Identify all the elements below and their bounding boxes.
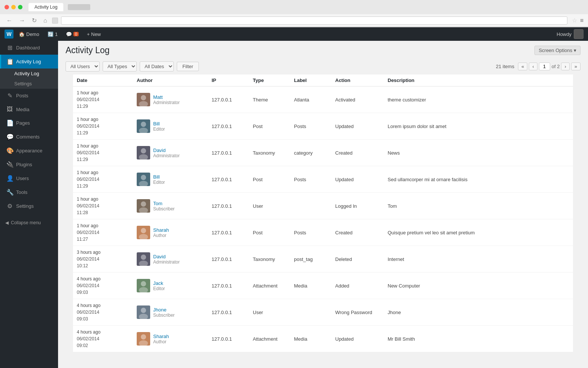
date-3: 06/02/2014 (77, 176, 129, 183)
author-info-8: Jhone Subscriber (153, 307, 175, 318)
maximize-dot[interactable] (18, 5, 22, 9)
svg-point-12 (141, 255, 146, 260)
svg-point-18 (141, 334, 146, 340)
page-number-input[interactable] (539, 63, 550, 70)
sidebar-menu: ⊞ Dashboard 📋 Activity Log Activity Log … (0, 41, 58, 213)
cell-label-6: post_tag (290, 246, 331, 273)
cell-action-1: Updated (331, 113, 384, 140)
updates-icon: 🔄 (48, 31, 54, 37)
date-8: 06/02/2014 (77, 309, 129, 316)
svg-point-16 (141, 308, 146, 313)
last-page-button[interactable]: » (571, 63, 581, 70)
author-name-8[interactable]: Jhone (153, 307, 175, 313)
cell-author-3: Bill Editor (133, 166, 208, 193)
forward-button[interactable]: → (17, 16, 27, 25)
bookmark-icon[interactable]: ☆ (572, 17, 577, 24)
author-avatar-8 (137, 305, 150, 319)
first-page-button[interactable]: « (518, 63, 527, 70)
cell-date-3: 1 hour ago 06/02/2014 11:29 (73, 166, 133, 193)
sidebar-item-posts[interactable]: ✎ Posts (0, 89, 58, 103)
collapse-menu[interactable]: ◀ Collapse menu (0, 217, 58, 229)
author-role-2: Administrator (153, 153, 180, 158)
wp-logo[interactable]: W (4, 30, 13, 39)
author-name-3[interactable]: Bill (153, 174, 165, 180)
next-page-button[interactable]: › (561, 63, 569, 70)
pages-icon: 📄 (6, 119, 13, 127)
sidebar-item-activity-log[interactable]: 📋 Activity Log (0, 55, 58, 69)
author-name-2[interactable]: David (153, 147, 180, 153)
col-header-label: Label (290, 74, 331, 86)
author-name-6[interactable]: David (153, 254, 180, 259)
svg-point-6 (141, 175, 146, 180)
author-name-9[interactable]: Sharah (153, 334, 169, 339)
dates-filter[interactable]: All Dates (140, 61, 174, 72)
browser-menu-icon[interactable]: ≡ (580, 17, 584, 24)
author-cell-2: David Administrator (137, 146, 204, 159)
author-name-1[interactable]: Bill (153, 121, 165, 127)
tools-label: Tools (16, 189, 27, 195)
sidebar-item-users[interactable]: 👤 Users (0, 171, 58, 185)
table-row: 1 hour ago 06/02/2014 11:29 Bill Editor (73, 113, 573, 140)
sidebar-subitem-settings[interactable]: Settings (0, 79, 58, 89)
sidebar-item-media[interactable]: 🖼 Media (0, 103, 58, 116)
time-ago-4: 1 hour ago (77, 196, 129, 203)
author-name-7[interactable]: Jack (153, 280, 165, 286)
author-name-5[interactable]: Sharah (153, 227, 169, 233)
author-cell-7: Jack Editor (137, 279, 204, 292)
sidebar-item-settings[interactable]: ⚙ Settings (0, 199, 58, 213)
cell-label-2: category (290, 140, 331, 166)
minimize-dot[interactable] (11, 5, 16, 9)
cell-author-5: Sharah Author (133, 219, 208, 246)
howdy-section[interactable]: Howdy (557, 29, 584, 39)
sidebar-item-appearance[interactable]: 🎨 Appearance (0, 144, 58, 158)
page-icon (52, 18, 58, 24)
author-name-4[interactable]: Tom (153, 201, 175, 206)
updates-item[interactable]: 🔄 1 (45, 27, 61, 41)
site-name-item[interactable]: 🏠 Demo (16, 27, 42, 41)
types-filter[interactable]: All Types (103, 61, 137, 72)
cell-label-9: Media (290, 326, 331, 352)
sidebar-item-dashboard[interactable]: ⊞ Dashboard (0, 41, 58, 55)
sidebar-item-tools[interactable]: 🔧 Tools (0, 185, 58, 199)
reload-button[interactable]: ↻ (30, 16, 39, 25)
author-cell-3: Bill Editor (137, 173, 204, 186)
col-header-date: Date (73, 74, 133, 86)
new-content-item[interactable]: + New (84, 27, 104, 41)
page-total: of 2 (552, 64, 560, 69)
cell-type-2: Taxonomy (249, 140, 290, 166)
header-row: Date Author IP Type Label Action Descrip… (73, 74, 573, 86)
browser-titlebar: Activity Log (0, 0, 588, 14)
close-dot[interactable] (4, 5, 9, 9)
plugins-icon: 🔌 (6, 161, 13, 168)
home-button[interactable]: ⌂ (42, 16, 49, 25)
sidebar-item-plugins[interactable]: 🔌 Plugins (0, 158, 58, 171)
author-avatar-1 (137, 119, 150, 133)
sidebar-subitem-activity-log[interactable]: Activity Log (0, 69, 58, 79)
activity-log-icon: 📋 (6, 58, 13, 65)
address-bar[interactable] (61, 16, 567, 25)
browser-tab[interactable]: Activity Log (28, 3, 63, 11)
table-row: 4 hours ago 06/02/2014 09:03 Jhone Subsc… (73, 299, 573, 326)
cell-date-6: 3 hours ago 06/02/2014 10:12 (73, 246, 133, 273)
back-button[interactable]: ← (4, 16, 14, 25)
collapse-label: Collapse menu (11, 220, 41, 225)
filter-button[interactable]: Filter (177, 62, 199, 71)
author-info-4: Tom Subscriber (153, 201, 175, 212)
screen-options-button[interactable]: Screen Options ▾ (534, 46, 581, 55)
author-avatar-4 (137, 199, 150, 213)
comments-count: 0 (73, 32, 79, 36)
cell-description-2: News (384, 140, 573, 166)
author-role-7: Editor (153, 286, 165, 291)
chevron-down-icon: ▾ (574, 48, 576, 53)
author-info-2: David Administrator (153, 147, 180, 158)
comments-item[interactable]: 💬 0 (63, 27, 82, 41)
author-name-0[interactable]: Matt (153, 94, 180, 100)
author-info-7: Jack Editor (153, 280, 165, 291)
cell-label-7: Media (290, 273, 331, 299)
users-filter[interactable]: All Users (66, 61, 100, 72)
sidebar-item-comments[interactable]: 💬 Comments (0, 130, 58, 144)
prev-page-button[interactable]: ‹ (529, 63, 537, 70)
table-row: 4 hours ago 06/02/2014 09:02 Sharah Auth… (73, 326, 573, 352)
sidebar-item-pages[interactable]: 📄 Pages (0, 116, 58, 130)
time-5: 11:27 (77, 236, 129, 243)
